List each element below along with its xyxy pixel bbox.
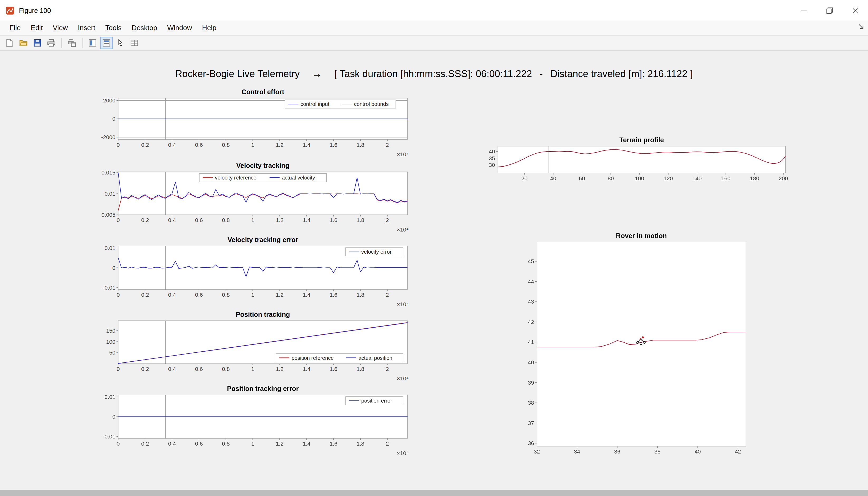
position-error-chart: 00.20.40.60.811.21.41.61.820.010-0.01Pos… xyxy=(89,386,424,460)
menu-item-insert[interactable]: Insert xyxy=(73,22,100,34)
svg-text:0.4: 0.4 xyxy=(168,142,176,148)
svg-text:1: 1 xyxy=(251,366,254,372)
svg-text:0.8: 0.8 xyxy=(222,292,229,298)
insert-legend-button[interactable] xyxy=(100,37,112,49)
save-icon xyxy=(33,38,42,47)
svg-text:Velocity tracking: Velocity tracking xyxy=(236,162,289,169)
property-inspector-icon xyxy=(130,38,139,47)
menu-item-window[interactable]: Window xyxy=(162,22,197,34)
print-figure-button[interactable] xyxy=(45,37,57,49)
svg-text:30: 30 xyxy=(489,162,495,168)
svg-text:44: 44 xyxy=(528,278,534,284)
velocity-error-chart: 00.20.40.60.811.21.41.61.820.010-0.01Vel… xyxy=(89,237,424,310)
restore-button[interactable] xyxy=(817,0,842,20)
svg-text:position error: position error xyxy=(361,398,392,404)
svg-text:1.8: 1.8 xyxy=(356,217,364,223)
dock-figure-icon[interactable] xyxy=(857,23,865,31)
menu-item-help[interactable]: Help xyxy=(197,22,221,34)
svg-text:-2000: -2000 xyxy=(101,134,115,140)
svg-text:1.6: 1.6 xyxy=(329,440,337,447)
svg-text:80: 80 xyxy=(608,175,614,181)
new-figure-icon xyxy=(5,38,14,47)
matlab-figure-icon xyxy=(5,6,15,15)
menu-item-tools[interactable]: Tools xyxy=(100,22,127,34)
svg-text:34: 34 xyxy=(574,449,580,454)
edit-plot-button[interactable] xyxy=(114,37,126,49)
svg-text:0.005: 0.005 xyxy=(101,212,115,218)
open-folder-icon xyxy=(19,38,28,47)
print-preview-button[interactable] xyxy=(66,37,78,49)
svg-text:0.6: 0.6 xyxy=(195,440,203,447)
svg-text:position reference: position reference xyxy=(291,355,334,361)
svg-text:Position tracking error: Position tracking error xyxy=(227,385,299,392)
terrain-profile-chart: 20406080100120140160180200403530Terrain … xyxy=(473,134,799,187)
svg-text:1.6: 1.6 xyxy=(329,142,337,148)
rover-in-motion-chart: 32343638404245444342414039383736Rover in… xyxy=(518,230,755,463)
svg-text:0.8: 0.8 xyxy=(222,217,229,223)
svg-text:0.8: 0.8 xyxy=(222,366,229,372)
insert-legend-icon xyxy=(102,38,111,47)
svg-text:43: 43 xyxy=(528,298,534,305)
svg-text:1.4: 1.4 xyxy=(303,440,310,447)
svg-text:0: 0 xyxy=(117,366,120,372)
svg-text:1: 1 xyxy=(251,292,254,298)
svg-text:37: 37 xyxy=(528,420,534,426)
svg-text:velocity error: velocity error xyxy=(361,249,391,255)
svg-text:1.4: 1.4 xyxy=(303,217,310,223)
window-controls xyxy=(791,0,868,20)
svg-text:200: 200 xyxy=(778,175,788,181)
close-icon xyxy=(851,6,859,15)
svg-text:actual velocity: actual velocity xyxy=(282,175,315,181)
svg-text:1.2: 1.2 xyxy=(276,366,283,372)
svg-text:velocity reference: velocity reference xyxy=(215,175,256,181)
svg-text:42: 42 xyxy=(735,449,741,454)
minimize-icon xyxy=(799,6,808,15)
save-figure-button[interactable] xyxy=(31,37,43,49)
open-file-button[interactable] xyxy=(17,37,30,49)
menu-item-file[interactable]: File xyxy=(4,22,26,34)
svg-text:50: 50 xyxy=(109,350,115,356)
svg-text:0.6: 0.6 xyxy=(195,217,203,223)
svg-text:2: 2 xyxy=(386,366,389,372)
svg-text:control input: control input xyxy=(301,101,329,107)
svg-text:2: 2 xyxy=(386,142,389,148)
insert-colorbar-button[interactable] xyxy=(86,37,99,49)
svg-text:60: 60 xyxy=(579,175,585,181)
close-button[interactable] xyxy=(842,0,868,20)
minimize-button[interactable] xyxy=(791,0,817,20)
svg-text:0.4: 0.4 xyxy=(168,217,176,223)
svg-text:40: 40 xyxy=(489,148,495,154)
svg-text:×10⁴: ×10⁴ xyxy=(397,450,409,456)
svg-text:Terrain profile: Terrain profile xyxy=(620,136,664,144)
figure-toolbar xyxy=(0,36,868,51)
svg-text:1.8: 1.8 xyxy=(356,366,364,372)
svg-text:40: 40 xyxy=(550,175,557,181)
svg-text:0.2: 0.2 xyxy=(141,142,149,148)
window-bottom-edge xyxy=(0,490,868,496)
restore-icon xyxy=(825,6,834,15)
svg-text:41: 41 xyxy=(528,339,534,345)
menu-item-edit[interactable]: Edit xyxy=(26,22,48,34)
svg-text:38: 38 xyxy=(528,400,534,406)
property-inspector-button[interactable] xyxy=(128,37,140,49)
menu-bar: File Edit View Insert Tools Desktop Wind… xyxy=(0,20,868,36)
toolbar-separator xyxy=(61,38,62,48)
svg-text:0.2: 0.2 xyxy=(141,217,149,223)
svg-text:40: 40 xyxy=(695,449,701,454)
new-figure-button[interactable] xyxy=(3,37,16,49)
svg-text:120: 120 xyxy=(663,175,673,181)
svg-text:1.2: 1.2 xyxy=(276,142,283,148)
menu-item-view[interactable]: View xyxy=(48,22,73,34)
svg-text:0.015: 0.015 xyxy=(101,169,115,175)
menu-item-desktop[interactable]: Desktop xyxy=(127,22,162,34)
svg-text:0.01: 0.01 xyxy=(105,190,115,197)
svg-text:-0.01: -0.01 xyxy=(103,433,115,439)
svg-text:×10⁴: ×10⁴ xyxy=(397,301,409,307)
svg-text:2000: 2000 xyxy=(103,97,115,104)
svg-text:Position tracking: Position tracking xyxy=(236,311,290,318)
printer-icon xyxy=(47,38,56,47)
svg-text:Rover in motion: Rover in motion xyxy=(616,232,667,239)
svg-text:1.4: 1.4 xyxy=(303,292,310,298)
svg-text:0.8: 0.8 xyxy=(222,142,229,148)
svg-text:1: 1 xyxy=(251,217,254,223)
